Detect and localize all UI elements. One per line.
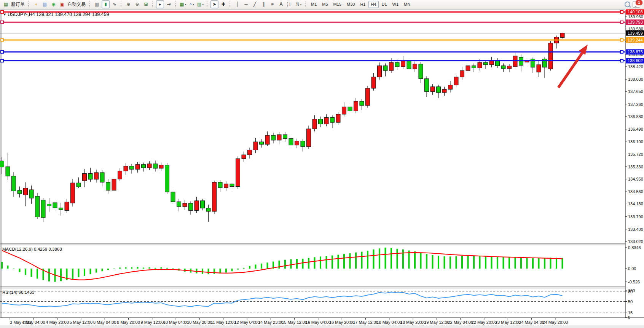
hline-left-marker[interactable] [1, 38, 3, 41]
toolbar-group: ▦▾◔▾▨▾ [179, 0, 205, 8]
search-icon[interactable] [625, 2, 630, 7]
candle-body [543, 59, 547, 67]
candle-body [218, 182, 222, 187]
macd-histogram-bar [308, 258, 309, 269]
candle-body [118, 171, 122, 179]
hline-right-marker[interactable] [620, 59, 623, 62]
megaphone-icon[interactable]: ◖ [32, 0, 40, 8]
toolbar-group: │─╱∥≡AT⇅▾ [233, 0, 303, 8]
macd-histogram-bar [161, 267, 162, 269]
hline-right-marker[interactable] [620, 11, 623, 13]
indicators-icon[interactable]: ▨▾ [196, 0, 204, 8]
candle-body [142, 165, 146, 168]
auto-scroll-icon: ▸ [159, 1, 161, 8]
candle-body [6, 167, 10, 176]
macd-histogram-bar [349, 253, 351, 269]
chevron-down-icon: ▾ [193, 1, 194, 8]
macd-histogram-bar [420, 253, 422, 269]
toolbar-group: ▸⇥ [156, 0, 173, 8]
timeframe-m30[interactable]: M30 [344, 1, 357, 8]
candle-body [437, 87, 441, 93]
macd-histogram-bar [143, 267, 144, 269]
crosshair-icon[interactable]: ✚ [219, 0, 227, 8]
timeframe-h4[interactable]: H4 [368, 1, 378, 8]
bar-chart-icon[interactable]: ▥ [93, 0, 101, 8]
macd-histogram-bar [113, 269, 115, 269]
price-label-text: 139.793 [628, 20, 643, 24]
hline-left-marker[interactable] [1, 59, 3, 62]
candle-body [425, 78, 429, 91]
candle-body [260, 142, 264, 144]
macd-histogram-bar [60, 269, 62, 281]
auto-scroll-icon[interactable]: ▸ [156, 0, 164, 8]
timeframe-d1[interactable]: D1 [379, 1, 389, 8]
price-label-140.108: 140.108 [626, 9, 644, 14]
signal-icon[interactable]: ◉ [49, 0, 57, 8]
candle-body [201, 201, 205, 208]
candle-body [295, 141, 299, 145]
toolbar-group: ➤✚ [210, 0, 228, 8]
equidistant-channel-icon[interactable]: ∥ [260, 0, 268, 8]
period-clock-icon[interactable]: ◔▾ [188, 0, 196, 8]
macd-histogram-bar [290, 259, 292, 269]
timeframe-m5[interactable]: M5 [320, 1, 330, 8]
candle-body [548, 43, 553, 69]
cursor-icon[interactable]: ➤ [210, 0, 218, 8]
timeframe-m15[interactable]: M15 [331, 1, 344, 8]
macd-histogram-bar [361, 252, 363, 269]
hline-left-marker[interactable] [1, 51, 3, 53]
new-order-button[interactable]: ▤ [2, 0, 10, 8]
vertical-line-icon[interactable]: │ [233, 0, 241, 8]
hline-right-marker[interactable] [620, 38, 623, 41]
candle-body [478, 62, 482, 68]
symbol-menu-icon[interactable]: ▼ [3, 13, 6, 16]
macd-histogram-bar [485, 256, 486, 269]
candle-body [230, 184, 234, 187]
period-clock-icon: ◔ [189, 1, 192, 8]
macd-histogram-bar [31, 269, 32, 277]
hline-right-marker[interactable] [620, 21, 623, 24]
trendline-icon[interactable]: ╱ [251, 0, 259, 8]
tile-windows-icon[interactable]: ⊞ [142, 0, 150, 8]
chart-area[interactable]: 139.960139.580139.190138.800138.420138.0… [0, 9, 644, 328]
toolbar-group: ▥▮∿ [92, 0, 119, 8]
price-tick-label: 135.720 [628, 152, 643, 157]
chart-shift-icon[interactable]: ⇥ [165, 0, 173, 8]
timeframe-w1[interactable]: W1 [390, 1, 401, 8]
fibonacci-icon[interactable]: ≡ [268, 0, 276, 8]
new-order-button: ▤ [4, 1, 8, 8]
price-tick-label: 139.960 [628, 14, 643, 19]
text-icon[interactable]: A [277, 0, 285, 8]
indicators-icon: ▨ [197, 1, 201, 8]
auto-trading-button[interactable]: ▣ [58, 0, 66, 8]
candle-body [454, 77, 458, 85]
candlestick-chart-icon[interactable]: ▮ [102, 0, 110, 8]
templates-icon[interactable]: ▦▾ [179, 0, 187, 8]
price-tick-label: 134.950 [628, 177, 643, 181]
timeframe-m1[interactable]: M1 [309, 1, 319, 8]
timeframe-h1[interactable]: H1 [358, 1, 368, 8]
timeframe-mn[interactable]: MN [402, 1, 413, 8]
time-tick-label: 15 May 12:00 [282, 320, 307, 325]
candle-body [395, 62, 399, 67]
candle-body [189, 203, 193, 211]
text-label-icon[interactable]: T [286, 0, 294, 8]
macd-histogram-bar [279, 261, 280, 269]
line-chart-icon[interactable]: ∿ [110, 0, 118, 8]
zoom-out-icon[interactable]: ⊖ [133, 0, 141, 8]
macd-histogram-bar [125, 267, 127, 269]
notifications-icon[interactable]: 1 [633, 1, 640, 8]
candle-body [153, 164, 158, 168]
macd-histogram-bar [456, 256, 457, 269]
macd-tick-label: 0.00 [628, 266, 636, 271]
equidistant-channel-icon: ∥ [263, 1, 265, 8]
macd-histogram-bar [102, 269, 103, 271]
trade-watch-icon[interactable]: ▧ [41, 0, 49, 8]
macd-histogram-bar [261, 264, 262, 269]
arrows-icon[interactable]: ⇅▾ [295, 0, 303, 8]
hline-right-marker[interactable] [620, 51, 623, 53]
candle-body [283, 134, 287, 138]
hline-left-marker[interactable] [1, 21, 3, 24]
horizontal-line-icon[interactable]: ─ [242, 0, 250, 8]
zoom-in-icon[interactable]: ⊕ [124, 0, 132, 8]
